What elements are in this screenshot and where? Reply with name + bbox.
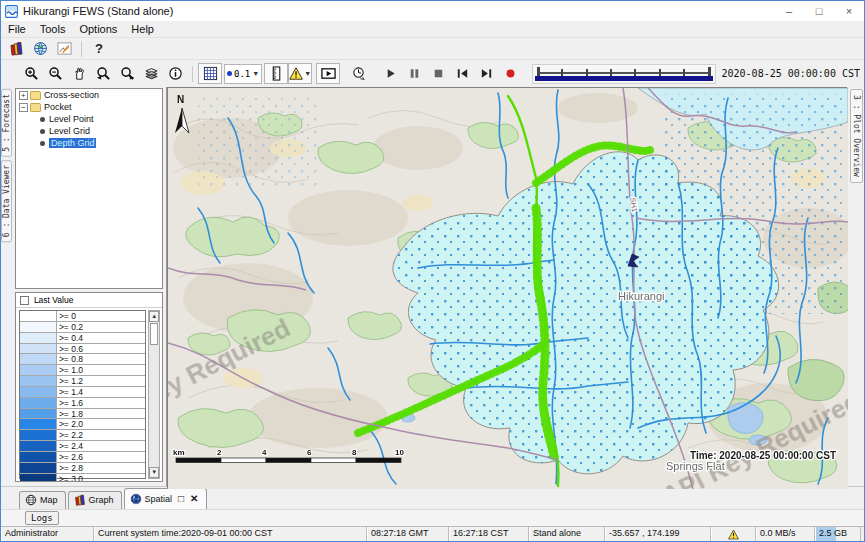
globe-dark-icon xyxy=(130,493,142,505)
layers-button[interactable] xyxy=(139,63,163,84)
legend-swatch xyxy=(20,463,57,473)
time-slider[interactable] xyxy=(532,64,715,84)
help-button[interactable]: ? xyxy=(87,41,111,56)
zoom-in-button[interactable] xyxy=(19,63,43,84)
go-first-button[interactable] xyxy=(450,63,474,84)
scalebar-toggle-button[interactable] xyxy=(264,63,288,84)
globe-icon xyxy=(33,41,48,56)
grid-toggle-button[interactable] xyxy=(198,63,222,84)
status-gmt-time: 08:27:18 GMT xyxy=(367,527,449,541)
svg-text:2: 2 xyxy=(217,448,222,457)
play-box-icon xyxy=(321,66,336,81)
title-bar[interactable]: Hikurangi FEWS (Stand alone) – □ × xyxy=(1,1,864,21)
legend-swatch xyxy=(20,376,57,386)
legend-swatch xyxy=(20,387,57,397)
tab-spatial[interactable]: Spatial □ ✕ xyxy=(124,488,207,509)
thresholds-dropdown[interactable]: ▼ xyxy=(288,63,312,84)
menu-tools[interactable]: Tools xyxy=(33,22,73,36)
play-button[interactable] xyxy=(378,63,402,84)
record-button[interactable] xyxy=(498,63,522,84)
restore-pane-icon[interactable]: □ xyxy=(178,493,184,504)
legend-row: >= 1.6 xyxy=(20,398,145,409)
left-panel: + Cross-section − Pocket Level Point Lev… xyxy=(13,87,167,486)
folder-icon xyxy=(30,91,41,100)
info-icon xyxy=(168,66,183,81)
tab-forecast[interactable]: 5 : Forecast xyxy=(1,89,12,157)
app-window: Hikurangi FEWS (Stand alone) – □ × File … xyxy=(0,0,865,542)
map-display-button[interactable] xyxy=(28,38,52,59)
legend-row: >= 1.0 xyxy=(20,365,145,376)
legend-scrollbar[interactable]: ▲ ▼ xyxy=(148,310,160,479)
class-dot-icon xyxy=(227,71,232,76)
window-title: Hikurangi FEWS (Stand alone) xyxy=(23,5,173,17)
menu-help[interactable]: Help xyxy=(124,22,161,36)
last-value-row: Last Value xyxy=(16,293,162,308)
last-value-checkbox[interactable] xyxy=(20,296,29,305)
globe-wire-icon xyxy=(25,494,37,506)
time-tool-button[interactable] xyxy=(346,63,370,84)
stop-button[interactable] xyxy=(426,63,450,84)
go-last-button[interactable] xyxy=(474,63,498,84)
legend-swatch xyxy=(20,409,57,419)
legend-swatch xyxy=(20,322,57,332)
bar-chart-icon xyxy=(74,494,86,506)
menu-options[interactable]: Options xyxy=(72,22,124,36)
info-button[interactable] xyxy=(163,63,187,84)
legend-swatch xyxy=(20,452,57,462)
legend-row: >= 1.2 xyxy=(20,376,145,387)
classification-value: 0.1 xyxy=(234,69,250,79)
scroll-down-icon[interactable]: ▼ xyxy=(149,467,159,478)
zoom-previous-button[interactable] xyxy=(91,63,115,84)
zoom-next-icon xyxy=(120,66,135,81)
expand-icon[interactable]: + xyxy=(19,91,28,100)
status-local-time: 16:27:18 CST xyxy=(449,527,529,541)
legend-row: >= 0.4 xyxy=(20,333,145,344)
menu-file[interactable]: File xyxy=(1,22,33,36)
tree-item-level-grid[interactable]: Level Grid xyxy=(16,125,162,137)
skip-end-icon xyxy=(479,66,494,81)
pause-button[interactable] xyxy=(402,63,426,84)
warning-triangle-icon xyxy=(728,529,739,540)
map-toolbar: 0.1▼ ▼ 2020-08-25 00:00:00 CST xyxy=(1,60,864,87)
right-tab-strip: 3 : Plot Overview xyxy=(847,87,864,486)
tab-map[interactable]: Map xyxy=(19,491,66,509)
scroll-up-icon[interactable]: ▲ xyxy=(149,311,159,322)
animation-dialog-button[interactable] xyxy=(316,63,340,84)
zoom-in-icon xyxy=(24,66,39,81)
zoom-next-button[interactable] xyxy=(115,63,139,84)
menu-bar: File Tools Options Help xyxy=(1,21,864,38)
close-button[interactable]: × xyxy=(834,2,864,20)
collapse-icon[interactable]: − xyxy=(19,103,28,112)
skip-start-icon xyxy=(455,66,470,81)
pan-button[interactable] xyxy=(67,63,91,84)
status-user: Administrator xyxy=(1,527,94,541)
bullet-icon xyxy=(40,117,45,122)
minimize-button[interactable]: – xyxy=(774,2,804,20)
tree-item-depth-grid[interactable]: Depth Grid xyxy=(16,137,162,149)
explorer-button[interactable] xyxy=(4,38,28,59)
timeseries-dialog-button[interactable] xyxy=(52,38,76,59)
app-icon xyxy=(5,5,18,18)
map-canvas[interactable]: API Key Required API Key Required Hikura… xyxy=(167,87,847,488)
status-memory[interactable]: 2.5 GB xyxy=(815,527,861,541)
legend-row: >= 1.4 xyxy=(20,387,145,398)
map-svg: API Key Required API Key Required Hikura… xyxy=(168,88,848,489)
status-warning-cell[interactable] xyxy=(711,527,756,541)
zoom-out-button[interactable] xyxy=(43,63,67,84)
zoom-previous-icon xyxy=(96,66,111,81)
maximize-button[interactable]: □ xyxy=(804,2,834,20)
tab-graph[interactable]: Graph xyxy=(68,491,122,509)
tab-plot-overview[interactable]: 3 : Plot Overview xyxy=(850,89,863,183)
tree-item-cross-section[interactable]: + Cross-section xyxy=(16,89,162,101)
tree-item-pocket[interactable]: − Pocket xyxy=(16,101,162,113)
tree-item-level-point[interactable]: Level Point xyxy=(16,113,162,125)
scrollbar-thumb[interactable] xyxy=(150,323,158,345)
logs-button[interactable]: Logs xyxy=(25,511,59,525)
time-span-bar xyxy=(535,76,712,81)
close-pane-icon[interactable]: ✕ xyxy=(190,493,198,504)
time-slider-track xyxy=(537,72,710,74)
zoom-out-icon xyxy=(48,66,63,81)
tab-data-viewer[interactable]: 6 : Data Viewer xyxy=(1,160,12,242)
main-toolbar: ? xyxy=(1,38,864,60)
classification-dropdown[interactable]: 0.1▼ xyxy=(224,64,262,84)
